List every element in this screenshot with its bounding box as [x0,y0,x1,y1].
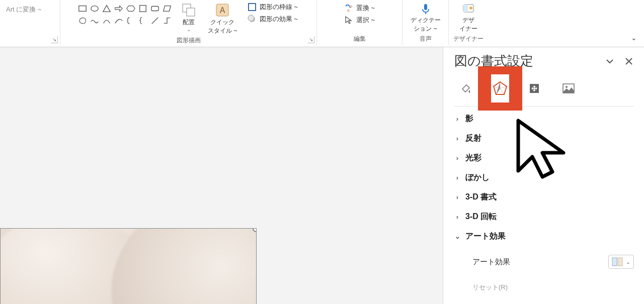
artistic-effects-row: アート効果 ⌄ [454,255,634,269]
artistic-effects-sublabel: アート効果 [472,257,510,267]
svg-rect-22 [618,258,622,266]
drawing-group: 配置 ⌄ A クイック スタイル ~ 図形の枠線 ~ 図形の効果 ~ 図形描画 … [60,0,317,45]
tab-effects[interactable] [492,80,509,97]
ribbon-collapse-chevron-icon[interactable]: ⌄ [631,34,637,42]
chevron-right-icon: › [454,115,460,123]
svg-point-1 [91,6,98,12]
quick-styles-button[interactable]: A クイック スタイル ~ [205,1,240,36]
designer-group: デザ イナー デザイナー [449,0,488,45]
shape-effects-button[interactable]: 図形の効果 ~ [246,14,300,24]
reset-button[interactable]: リセット(R) [454,283,634,292]
section-artistic-effects[interactable]: ⌄アート効果 [454,231,634,242]
shape-curve-icon[interactable] [113,15,124,26]
replace-button[interactable]: ba 置換 ~ [342,3,377,13]
svg-point-17 [469,7,472,10]
close-icon[interactable] [624,56,634,66]
svg-rect-3 [151,7,158,11]
svg-text:b: b [350,4,353,9]
designer-button[interactable]: デザ イナー [456,1,480,34]
section-3d-format-label: 3-D 書式 [465,192,497,202]
shape-brace-icon[interactable] [137,15,148,26]
size-properties-icon [527,81,542,96]
editing-group: ba 置換 ~ 選択 ~ 編集 [317,0,403,45]
section-soft-edges-label: ぼかし [465,172,490,183]
shape-square-icon[interactable] [137,3,148,14]
shape-hexagon-icon[interactable] [125,3,136,14]
shape-outline-button[interactable]: 図形の枠線 ~ [246,2,300,12]
microphone-icon [419,2,433,16]
voice-group-label: 音声 [420,35,432,45]
section-glow-label: 光彩 [465,153,481,163]
chevron-down-icon[interactable] [605,56,615,66]
select-label: 選択 ~ [356,16,375,25]
tab-fill-line[interactable] [457,80,474,97]
tab-picture[interactable] [560,80,577,97]
shape-line-icon[interactable] [149,15,160,26]
shape-connector-icon[interactable] [162,15,173,26]
arrange-icon [181,2,197,18]
chevron-down-icon: ⌄ [454,233,460,240]
svg-rect-0 [79,6,86,12]
shape-rectangle-icon[interactable] [77,3,88,14]
shapes-gallery[interactable] [77,1,173,26]
arrange-button[interactable]: 配置 ⌄ [178,1,200,33]
svg-rect-14 [424,4,427,10]
dialog-launcher-drawing[interactable]: ↘ [307,36,314,43]
svg-line-4 [152,18,158,24]
tab-size-properties[interactable] [526,80,543,97]
svg-point-11 [248,15,254,21]
quick-styles-label: クイック スタイル ~ [208,18,237,35]
section-shadow[interactable]: ›影 [454,114,634,124]
svg-rect-21 [612,258,617,266]
wordart-group: Art に変換 ~ ↘ [0,0,60,45]
shape-triangle-icon[interactable] [101,3,112,14]
pane-tabs [454,73,634,107]
svg-text:A: A [220,6,225,15]
designer-icon [461,2,475,16]
shape-oval-icon[interactable] [89,3,100,14]
voice-group: ディクテー ション ~ 音声 [403,0,449,45]
shape-blob-icon[interactable] [77,15,88,26]
designer-group-label: デザイナー [453,35,484,45]
section-3d-rotation[interactable]: ›3-D 回転 [454,212,634,222]
svg-text:a: a [347,8,350,13]
section-shadow-label: 影 [465,114,473,124]
section-glow[interactable]: ›光彩 [454,153,634,163]
shape-arc-icon[interactable] [101,15,112,26]
dictation-label: ディクテー ション ~ [411,16,441,33]
paint-bucket-icon [458,81,473,96]
select-button[interactable]: 選択 ~ [342,15,377,25]
shape-effects-icon [248,15,257,24]
shape-parallelogram-icon[interactable] [162,3,173,14]
chevron-right-icon: › [454,174,460,181]
selected-image[interactable] [0,228,257,304]
artistic-effects-picker[interactable]: ⌄ [608,255,634,269]
section-soft-edges[interactable]: ›ぼかし [454,172,634,183]
svg-rect-16 [463,5,468,12]
ribbon: Art に変換 ~ ↘ [0,0,644,47]
dialog-launcher-icon[interactable]: ↘ [51,36,58,43]
section-3d-rotation-label: 3-D 回転 [465,212,497,222]
shape-wave-icon[interactable] [89,15,100,26]
chevron-right-icon: › [454,154,460,162]
shape-outline-label: 図形の枠線 ~ [260,3,298,12]
shape-rounded-rect-icon[interactable] [149,3,160,14]
chevron-right-icon: › [454,135,460,142]
shape-effects-label: 図形の効果 ~ [260,15,298,24]
dictation-button[interactable]: ディクテー ション ~ [408,1,444,34]
svg-rect-2 [140,6,146,12]
section-3d-format[interactable]: ›3-D 書式 [454,192,634,202]
section-reflection[interactable]: ›反射 [454,133,634,144]
replace-label: 置換 ~ [356,4,375,13]
select-cursor-icon [344,16,353,25]
format-picture-pane: 図の書式設定 ›影 ›反射 ›光彩 ›ぼかし ›3-D 書式 ›3-D 回転 ⌄… [443,47,644,304]
shape-bracket-icon[interactable] [125,15,136,26]
picture-icon [561,81,576,96]
shape-arrow-right-icon[interactable] [113,3,124,14]
section-artistic-label: アート効果 [465,231,506,242]
chevron-right-icon: › [454,193,460,201]
quick-styles-icon: A [214,2,230,18]
wordart-convert-label[interactable]: Art に変換 ~ [6,5,41,14]
chevron-right-icon: › [454,213,460,221]
svg-point-20 [566,86,568,88]
